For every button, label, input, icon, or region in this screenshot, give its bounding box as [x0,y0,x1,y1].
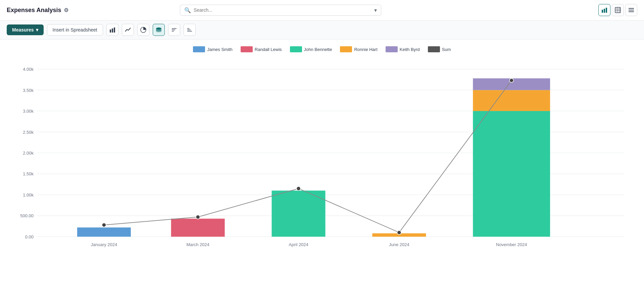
svg-rect-0 [602,10,603,13]
x-label-april: April 2024 [289,242,308,247]
insert-spreadsheet-button[interactable]: Insert in Spreadsheet [47,24,103,36]
header: Expenses Analysis ⚙ 🔍 ▾ [0,0,644,20]
legend-item-randall-lewis: Randall Lewis [241,46,282,52]
list-view-button[interactable] [625,4,637,16]
page-title: Expenses Analysis ⚙ [7,7,68,14]
svg-rect-1 [604,9,605,13]
search-container: 🔍 ▾ [180,5,381,16]
settings-icon[interactable]: ⚙ [64,7,68,13]
x-label-june: June 2024 [389,242,409,247]
legend-label-ronnie-hart: Ronnie Hart [354,47,377,52]
y-label-250: 2.50k [23,130,34,135]
bar-january-james-smith [77,227,131,236]
legend-item-ronnie-hart: Ronnie Hart [340,46,377,52]
legend-color-randall-lewis [241,46,253,52]
legend-color-james-smith [193,46,205,52]
svg-rect-2 [606,8,607,13]
bar-chart-toolbar-button[interactable] [106,24,118,36]
measures-button[interactable]: Measures ▾ [7,24,44,35]
dropdown-icon[interactable]: ▾ [374,7,377,13]
legend-label-randall-lewis: Randall Lewis [255,47,282,52]
line-dot-april [297,186,301,190]
x-label-january: January 2024 [91,242,117,247]
view-icons-group [598,4,637,16]
table-view-button[interactable] [612,4,624,16]
legend-item-james-smith: James Smith [193,46,232,52]
legend-color-john-bennette [290,46,302,52]
search-input[interactable] [194,7,371,13]
insert-label: Insert in Spreadsheet [53,27,97,33]
y-label-300: 3.00k [23,109,34,114]
toolbar: Measures ▾ Insert in Spreadsheet [0,20,644,40]
search-icon: 🔍 [184,7,191,13]
svg-point-15 [156,27,161,30]
bar-march-randall-lewis [171,219,225,237]
line-dot-march [196,215,200,219]
bar-nov-john-bennette [473,111,550,237]
legend-label-james-smith: James Smith [207,47,232,52]
svg-rect-13 [114,27,115,33]
measures-chevron-icon: ▾ [36,27,38,33]
legend-color-ronnie-hart [340,46,352,52]
legend-color-sum [428,46,440,52]
bar-nov-ronnie-hart [473,90,550,111]
y-label-0: 0.00 [25,234,34,239]
sort-asc-toolbar-button[interactable] [168,24,180,36]
chart-area: James Smith Randall Lewis John Bennette … [0,40,644,268]
y-label-100: 1.00k [23,192,34,197]
svg-rect-12 [112,28,113,33]
bar-chart-view-button[interactable] [598,4,610,16]
y-label-500: 500.00 [20,213,34,218]
y-label-350: 3.50k [23,88,34,93]
measures-label: Measures [12,27,34,33]
stacked-chart-toolbar-button[interactable] [153,24,165,36]
legend-color-keith-byrd [386,46,398,52]
x-label-november: November 2024 [496,242,527,247]
line-dot-november [509,78,513,82]
legend-label-john-bennette: John Bennette [304,47,332,52]
legend-label-sum: Sum [442,47,451,52]
line-dot-june [397,230,401,234]
y-label-4k: 4.00k [23,67,34,72]
title-text: Expenses Analysis [7,7,61,14]
y-label-150: 1.50k [23,171,34,176]
svg-rect-3 [615,7,621,13]
sort-desc-toolbar-button[interactable] [184,24,196,36]
line-chart-toolbar-button[interactable] [122,24,134,36]
legend-item-keith-byrd: Keith Byrd [386,46,420,52]
y-label-200: 2.00k [23,151,34,156]
legend-label-keith-byrd: Keith Byrd [400,47,420,52]
legend-item-sum: Sum [428,46,451,52]
line-dot-january [102,223,106,227]
chart-legend: James Smith Randall Lewis John Bennette … [10,46,634,52]
legend-item-john-bennette: John Bennette [290,46,332,52]
svg-rect-11 [110,30,111,33]
x-label-march: March 2024 [186,242,209,247]
chart-svg: 4.00k 3.50k 3.00k 2.50k 2.00k 1.50k 1.00… [10,59,634,260]
pie-chart-toolbar-button[interactable] [137,24,149,36]
bar-april-john-bennette [272,190,326,236]
